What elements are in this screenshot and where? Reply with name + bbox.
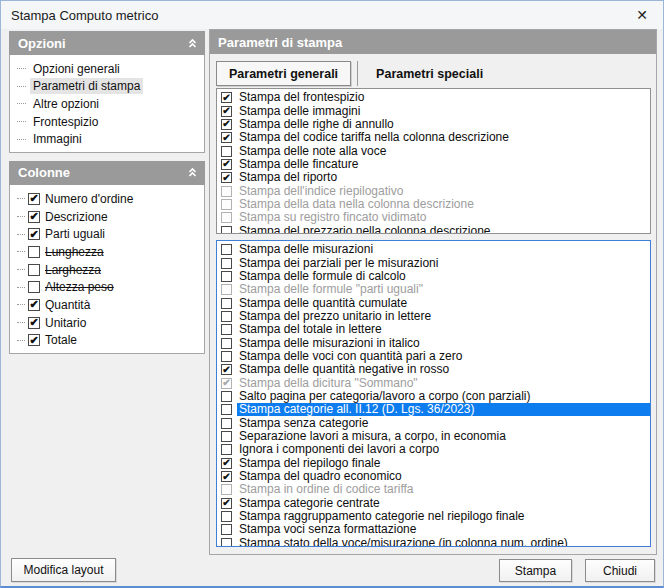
sidebar-nav-item[interactable]: Opzioni generali xyxy=(10,60,204,78)
sidebar-nav-item[interactable]: Parametri di stampa xyxy=(10,78,204,96)
checkbox[interactable] xyxy=(221,324,232,335)
checkbox[interactable]: ✔ xyxy=(221,498,232,509)
checkbox[interactable] xyxy=(221,311,232,322)
option-checkbox-row[interactable]: Stampa raggruppamento categorie nel riep… xyxy=(217,510,650,523)
option-checkbox-row[interactable]: ✔Stampa del codice tariffa nella colonna… xyxy=(217,131,650,144)
checkbox[interactable] xyxy=(221,244,232,255)
checkbox[interactable]: ✔ xyxy=(221,119,232,130)
checkbox[interactable]: ✔ xyxy=(221,458,232,469)
column-checkbox-row[interactable]: Lunghezza xyxy=(10,243,204,261)
checkbox[interactable] xyxy=(221,199,232,210)
checkbox[interactable]: ✔ xyxy=(28,317,40,329)
column-checkbox-row[interactable]: ✔Unitario xyxy=(10,314,204,332)
option-checkbox-row[interactable]: ✔Stampa categorie centrate xyxy=(217,497,650,510)
option-checkbox-row[interactable]: Stampa dell'indice riepilogativo xyxy=(217,184,650,197)
option-checkbox-row[interactable]: ✔Stampa del frontespizio xyxy=(217,91,650,104)
checkbox[interactable] xyxy=(221,226,232,234)
option-checkbox-row[interactable]: Stampa delle note alla voce xyxy=(217,144,650,157)
option-checkbox-row[interactable]: Stampa in ordine di codice tariffa xyxy=(217,483,650,496)
checkbox[interactable] xyxy=(221,418,232,429)
checkbox[interactable]: ✔ xyxy=(28,228,40,240)
checkbox[interactable] xyxy=(221,484,232,495)
option-checkbox-row[interactable]: ✔Stampa del riporto xyxy=(217,171,650,184)
option-checkbox-row[interactable]: ✔Stampa delle fincature xyxy=(217,158,650,171)
checkbox[interactable] xyxy=(28,264,40,276)
option-checkbox-row[interactable]: Stampa stato della voce/misurazione (in … xyxy=(217,537,650,547)
checkbox[interactable] xyxy=(221,351,232,362)
sidebar-nav-item[interactable]: Altre opzioni xyxy=(10,95,204,113)
checkbox[interactable] xyxy=(221,511,232,522)
sidebar-nav-item[interactable]: Immagini xyxy=(10,130,204,148)
option-checkbox-row[interactable]: ✔Stampa delle quantità negative in rosso xyxy=(217,363,650,376)
option-checkbox-row[interactable]: ✔Stampa del riepilogo finale xyxy=(217,457,650,470)
checkbox[interactable] xyxy=(28,246,40,258)
option-checkbox-row[interactable]: Stampa del totale in lettere xyxy=(217,323,650,336)
checkbox[interactable] xyxy=(28,281,40,293)
checkbox[interactable]: ✔ xyxy=(221,364,232,375)
chevrons-up-icon[interactable] xyxy=(187,167,198,178)
checkbox[interactable] xyxy=(221,524,232,535)
option-checkbox-row[interactable]: Stampa dei parziali per le misurazioni xyxy=(217,256,650,269)
tab-parametri-speciali[interactable]: Parametri speciali xyxy=(364,61,495,86)
column-checkbox-row[interactable]: ✔Descrizione xyxy=(10,208,204,226)
columns-panel-header[interactable]: Colonne xyxy=(9,161,205,185)
column-checkbox-row[interactable]: ✔Numero d'ordine xyxy=(10,190,204,208)
option-checkbox-row[interactable]: Ignora i componenti dei lavori a corpo xyxy=(217,443,650,456)
stampa-button[interactable]: Stampa xyxy=(499,559,572,582)
option-checkbox-row[interactable]: Stampa del prezzo unitario in lettere xyxy=(217,310,650,323)
chiudi-button[interactable]: Chiudi xyxy=(585,559,655,582)
option-checkbox-row[interactable]: ✔Stampa del quadro economico xyxy=(217,470,650,483)
option-checkbox-row[interactable]: Separazione lavori a misura, a corpo, in… xyxy=(217,430,650,443)
option-checkbox-row[interactable]: Stampa delle formule di calcolo xyxy=(217,270,650,283)
option-checkbox-row[interactable]: Stampa senza categorie xyxy=(217,416,650,429)
close-icon[interactable]: ✕ xyxy=(621,1,663,29)
option-checkbox-row[interactable]: Stampa delle misurazioni in italico xyxy=(217,336,650,349)
column-checkbox-row[interactable]: Altezza peso xyxy=(10,278,204,296)
option-checkbox-row[interactable]: Stampa della data nella colonna descrizi… xyxy=(217,198,650,211)
column-checkbox-row[interactable]: ✔Quantità xyxy=(10,296,204,314)
option-checkbox-row[interactable]: Stampa delle quantità cumulate xyxy=(217,296,650,309)
option-checkbox-row[interactable]: Stampa su registro fincato vidimato xyxy=(217,211,650,224)
sidebar-nav-item[interactable]: Frontespizio xyxy=(10,113,204,131)
checkbox[interactable]: ✔ xyxy=(28,299,40,311)
checkbox[interactable] xyxy=(221,271,232,282)
checkbox[interactable]: ✔ xyxy=(221,172,232,183)
option-checkbox-row[interactable]: ✔Stampa delle immagini xyxy=(217,104,650,117)
options-panel-header[interactable]: Opzioni xyxy=(9,31,205,55)
checkbox[interactable]: ✔ xyxy=(221,92,232,103)
checkbox[interactable]: ✔ xyxy=(28,334,40,346)
checkbox[interactable] xyxy=(221,258,232,269)
checkbox[interactable] xyxy=(221,298,232,309)
checkbox[interactable] xyxy=(221,391,232,402)
option-checkbox-row[interactable]: Stampa del prezzario nella colonna descr… xyxy=(217,224,650,234)
option-checkbox-row[interactable]: Stampa delle voci con quantità pari a ze… xyxy=(217,350,650,363)
checkbox[interactable] xyxy=(221,444,232,455)
checkbox[interactable] xyxy=(221,284,232,295)
checkbox[interactable]: ✔ xyxy=(28,211,40,223)
checkbox[interactable]: ✔ xyxy=(221,132,232,143)
checkbox[interactable] xyxy=(221,338,232,349)
checkbox[interactable] xyxy=(221,212,232,223)
column-checkbox-row[interactable]: ✔Parti uguali xyxy=(10,225,204,243)
tab-parametri-generali[interactable]: Parametri generali xyxy=(216,61,351,86)
option-checkbox-row[interactable]: Stampa delle misurazioni xyxy=(217,243,650,256)
checkbox[interactable] xyxy=(221,538,232,547)
option-checkbox-row[interactable]: Stampa voci senza formattazione xyxy=(217,523,650,536)
option-checkbox-row[interactable]: Stampa delle formule "parti uguali" xyxy=(217,283,650,296)
checkbox[interactable]: ✔ xyxy=(221,471,232,482)
option-checkbox-row[interactable]: Stampa categorie all. II.12 (D. Lgs. 36/… xyxy=(217,403,650,416)
checkbox[interactable]: ✔ xyxy=(28,193,40,205)
checkbox[interactable]: ✔ xyxy=(221,159,232,170)
modifica-layout-button[interactable]: Modifica layout xyxy=(11,558,116,582)
option-checkbox-row[interactable]: Salto pagina per categoria/lavoro a corp… xyxy=(217,390,650,403)
checkbox[interactable] xyxy=(221,146,232,157)
chevrons-up-icon[interactable] xyxy=(187,38,198,49)
column-checkbox-row[interactable]: ✔Totale xyxy=(10,331,204,349)
option-checkbox-row[interactable]: ✔Stampa delle righe di annullo xyxy=(217,118,650,131)
checkbox[interactable] xyxy=(221,431,232,442)
checkbox[interactable] xyxy=(221,186,232,197)
checkbox[interactable] xyxy=(221,404,232,415)
option-checkbox-row[interactable]: ✔Stampa della dicitura "Sommano" xyxy=(217,376,650,389)
column-checkbox-row[interactable]: Larghezza xyxy=(10,261,204,279)
checkbox[interactable]: ✔ xyxy=(221,106,232,117)
